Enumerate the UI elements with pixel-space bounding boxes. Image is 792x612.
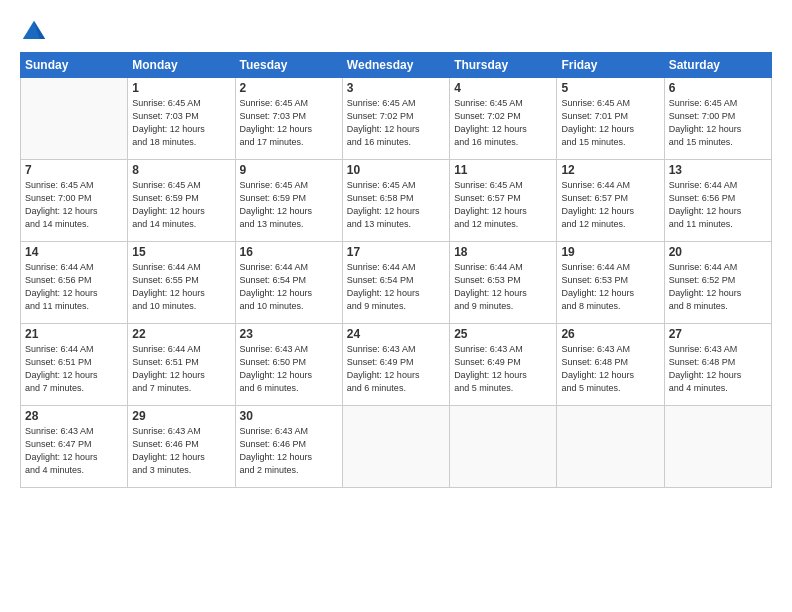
day-number: 16 [240, 245, 338, 259]
day-info: Sunrise: 6:45 AMSunset: 7:00 PMDaylight:… [669, 97, 767, 149]
day-info: Sunrise: 6:44 AMSunset: 6:54 PMDaylight:… [240, 261, 338, 313]
calendar-cell: 16Sunrise: 6:44 AMSunset: 6:54 PMDayligh… [235, 242, 342, 324]
day-info: Sunrise: 6:45 AMSunset: 6:57 PMDaylight:… [454, 179, 552, 231]
day-info: Sunrise: 6:44 AMSunset: 6:53 PMDaylight:… [561, 261, 659, 313]
column-header-tuesday: Tuesday [235, 53, 342, 78]
calendar-cell [450, 406, 557, 488]
day-info: Sunrise: 6:43 AMSunset: 6:46 PMDaylight:… [132, 425, 230, 477]
calendar-cell: 3Sunrise: 6:45 AMSunset: 7:02 PMDaylight… [342, 78, 449, 160]
calendar-cell: 29Sunrise: 6:43 AMSunset: 6:46 PMDayligh… [128, 406, 235, 488]
calendar-cell: 2Sunrise: 6:45 AMSunset: 7:03 PMDaylight… [235, 78, 342, 160]
day-info: Sunrise: 6:45 AMSunset: 7:00 PMDaylight:… [25, 179, 123, 231]
calendar-cell [664, 406, 771, 488]
calendar-cell: 27Sunrise: 6:43 AMSunset: 6:48 PMDayligh… [664, 324, 771, 406]
column-header-sunday: Sunday [21, 53, 128, 78]
calendar-week-3: 14Sunrise: 6:44 AMSunset: 6:56 PMDayligh… [21, 242, 772, 324]
day-info: Sunrise: 6:44 AMSunset: 6:51 PMDaylight:… [25, 343, 123, 395]
column-header-saturday: Saturday [664, 53, 771, 78]
day-number: 4 [454, 81, 552, 95]
day-number: 8 [132, 163, 230, 177]
day-number: 20 [669, 245, 767, 259]
day-number: 26 [561, 327, 659, 341]
day-number: 28 [25, 409, 123, 423]
day-number: 25 [454, 327, 552, 341]
day-number: 10 [347, 163, 445, 177]
calendar-cell: 28Sunrise: 6:43 AMSunset: 6:47 PMDayligh… [21, 406, 128, 488]
calendar-week-4: 21Sunrise: 6:44 AMSunset: 6:51 PMDayligh… [21, 324, 772, 406]
day-info: Sunrise: 6:43 AMSunset: 6:46 PMDaylight:… [240, 425, 338, 477]
day-info: Sunrise: 6:43 AMSunset: 6:48 PMDaylight:… [561, 343, 659, 395]
day-info: Sunrise: 6:43 AMSunset: 6:50 PMDaylight:… [240, 343, 338, 395]
calendar-cell: 14Sunrise: 6:44 AMSunset: 6:56 PMDayligh… [21, 242, 128, 324]
calendar-cell [557, 406, 664, 488]
day-number: 5 [561, 81, 659, 95]
calendar-cell: 26Sunrise: 6:43 AMSunset: 6:48 PMDayligh… [557, 324, 664, 406]
day-info: Sunrise: 6:45 AMSunset: 7:03 PMDaylight:… [132, 97, 230, 149]
logo [20, 18, 52, 46]
calendar-cell: 23Sunrise: 6:43 AMSunset: 6:50 PMDayligh… [235, 324, 342, 406]
calendar-cell: 7Sunrise: 6:45 AMSunset: 7:00 PMDaylight… [21, 160, 128, 242]
calendar-cell: 15Sunrise: 6:44 AMSunset: 6:55 PMDayligh… [128, 242, 235, 324]
day-info: Sunrise: 6:44 AMSunset: 6:52 PMDaylight:… [669, 261, 767, 313]
day-number: 3 [347, 81, 445, 95]
day-number: 24 [347, 327, 445, 341]
day-info: Sunrise: 6:45 AMSunset: 6:59 PMDaylight:… [132, 179, 230, 231]
day-info: Sunrise: 6:45 AMSunset: 7:02 PMDaylight:… [347, 97, 445, 149]
day-number: 6 [669, 81, 767, 95]
calendar-cell: 5Sunrise: 6:45 AMSunset: 7:01 PMDaylight… [557, 78, 664, 160]
calendar-cell: 22Sunrise: 6:44 AMSunset: 6:51 PMDayligh… [128, 324, 235, 406]
day-info: Sunrise: 6:45 AMSunset: 7:02 PMDaylight:… [454, 97, 552, 149]
logo-icon [20, 18, 48, 46]
day-info: Sunrise: 6:43 AMSunset: 6:48 PMDaylight:… [669, 343, 767, 395]
day-info: Sunrise: 6:45 AMSunset: 7:03 PMDaylight:… [240, 97, 338, 149]
day-number: 30 [240, 409, 338, 423]
day-info: Sunrise: 6:44 AMSunset: 6:56 PMDaylight:… [669, 179, 767, 231]
column-header-wednesday: Wednesday [342, 53, 449, 78]
day-info: Sunrise: 6:45 AMSunset: 7:01 PMDaylight:… [561, 97, 659, 149]
calendar-cell: 11Sunrise: 6:45 AMSunset: 6:57 PMDayligh… [450, 160, 557, 242]
calendar-week-1: 1Sunrise: 6:45 AMSunset: 7:03 PMDaylight… [21, 78, 772, 160]
day-number: 21 [25, 327, 123, 341]
page-container: SundayMondayTuesdayWednesdayThursdayFrid… [0, 0, 792, 498]
calendar-cell: 21Sunrise: 6:44 AMSunset: 6:51 PMDayligh… [21, 324, 128, 406]
day-number: 23 [240, 327, 338, 341]
calendar-cell: 18Sunrise: 6:44 AMSunset: 6:53 PMDayligh… [450, 242, 557, 324]
calendar-cell: 20Sunrise: 6:44 AMSunset: 6:52 PMDayligh… [664, 242, 771, 324]
calendar-cell: 19Sunrise: 6:44 AMSunset: 6:53 PMDayligh… [557, 242, 664, 324]
day-number: 12 [561, 163, 659, 177]
calendar-week-2: 7Sunrise: 6:45 AMSunset: 7:00 PMDaylight… [21, 160, 772, 242]
calendar-cell: 1Sunrise: 6:45 AMSunset: 7:03 PMDaylight… [128, 78, 235, 160]
day-info: Sunrise: 6:44 AMSunset: 6:54 PMDaylight:… [347, 261, 445, 313]
day-info: Sunrise: 6:44 AMSunset: 6:55 PMDaylight:… [132, 261, 230, 313]
day-info: Sunrise: 6:44 AMSunset: 6:51 PMDaylight:… [132, 343, 230, 395]
day-number: 18 [454, 245, 552, 259]
calendar-week-5: 28Sunrise: 6:43 AMSunset: 6:47 PMDayligh… [21, 406, 772, 488]
day-number: 19 [561, 245, 659, 259]
calendar-cell: 6Sunrise: 6:45 AMSunset: 7:00 PMDaylight… [664, 78, 771, 160]
calendar-cell: 8Sunrise: 6:45 AMSunset: 6:59 PMDaylight… [128, 160, 235, 242]
calendar-cell: 17Sunrise: 6:44 AMSunset: 6:54 PMDayligh… [342, 242, 449, 324]
day-number: 7 [25, 163, 123, 177]
day-info: Sunrise: 6:43 AMSunset: 6:49 PMDaylight:… [454, 343, 552, 395]
day-number: 1 [132, 81, 230, 95]
calendar-cell: 10Sunrise: 6:45 AMSunset: 6:58 PMDayligh… [342, 160, 449, 242]
calendar-cell: 25Sunrise: 6:43 AMSunset: 6:49 PMDayligh… [450, 324, 557, 406]
calendar-cell: 24Sunrise: 6:43 AMSunset: 6:49 PMDayligh… [342, 324, 449, 406]
header [20, 18, 772, 46]
day-number: 22 [132, 327, 230, 341]
day-number: 2 [240, 81, 338, 95]
day-number: 15 [132, 245, 230, 259]
day-number: 9 [240, 163, 338, 177]
calendar-cell: 30Sunrise: 6:43 AMSunset: 6:46 PMDayligh… [235, 406, 342, 488]
day-info: Sunrise: 6:44 AMSunset: 6:53 PMDaylight:… [454, 261, 552, 313]
day-info: Sunrise: 6:43 AMSunset: 6:47 PMDaylight:… [25, 425, 123, 477]
calendar-cell: 9Sunrise: 6:45 AMSunset: 6:59 PMDaylight… [235, 160, 342, 242]
calendar-cell: 12Sunrise: 6:44 AMSunset: 6:57 PMDayligh… [557, 160, 664, 242]
day-number: 13 [669, 163, 767, 177]
day-info: Sunrise: 6:45 AMSunset: 6:59 PMDaylight:… [240, 179, 338, 231]
day-info: Sunrise: 6:43 AMSunset: 6:49 PMDaylight:… [347, 343, 445, 395]
calendar-cell: 4Sunrise: 6:45 AMSunset: 7:02 PMDaylight… [450, 78, 557, 160]
calendar-cell [342, 406, 449, 488]
day-number: 27 [669, 327, 767, 341]
column-header-friday: Friday [557, 53, 664, 78]
